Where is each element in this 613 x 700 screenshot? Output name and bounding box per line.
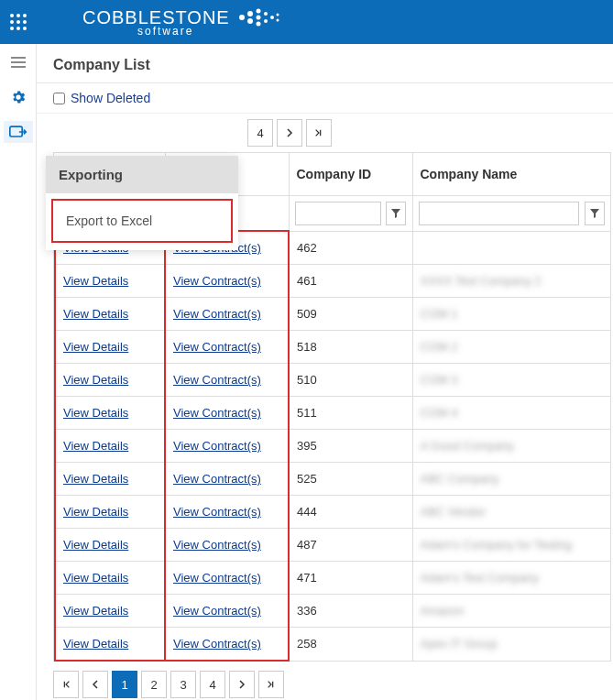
view-details-link[interactable]: View Details [63, 505, 128, 519]
view-contracts-link[interactable]: View Contract(s) [173, 307, 261, 321]
cell-company-name: ABC Vendor [412, 496, 611, 529]
svg-point-1 [247, 11, 253, 16]
left-sidebar [0, 44, 37, 700]
view-details-link[interactable]: View Details [63, 538, 128, 552]
view-details-link[interactable]: View Details [63, 637, 128, 651]
settings-button[interactable] [4, 86, 33, 108]
pager-top-last[interactable] [306, 119, 332, 147]
first-page-icon [61, 680, 71, 689]
view-details-link[interactable]: View Details [63, 274, 128, 288]
pager-top: 4 [37, 114, 613, 152]
table-row: View DetailsView Contract(s)511COM 4 [55, 397, 611, 430]
view-details-link[interactable]: View Details [63, 439, 128, 453]
cell-company-id: 258 [289, 628, 412, 662]
view-contracts-link[interactable]: View Contract(s) [173, 604, 261, 618]
cell-company-name: A Good Company [412, 430, 611, 463]
toolbar: Show Deleted [37, 83, 613, 114]
svg-point-2 [247, 18, 253, 24]
filter-company-id-input[interactable] [295, 202, 381, 225]
brand-sub-text: software [137, 25, 283, 38]
view-contracts-link[interactable]: View Contract(s) [173, 505, 261, 519]
view-contracts-link[interactable]: View Contract(s) [173, 340, 261, 354]
filter-icon [590, 209, 599, 218]
chevron-left-icon [91, 680, 100, 689]
pager-page-2[interactable]: 2 [141, 671, 167, 698]
table-row: View DetailsView Contract(s)510COM 3 [55, 364, 611, 397]
view-contracts-link[interactable]: View Contract(s) [173, 406, 261, 420]
pager-bottom: 1 2 3 4 [37, 662, 613, 700]
table-row: View DetailsView Contract(s)525ABC Compa… [55, 463, 611, 496]
table-row: View DetailsView Contract(s)471Adam's Te… [55, 562, 611, 595]
view-contracts-link[interactable]: View Contract(s) [173, 571, 261, 585]
pager-page-4[interactable]: 4 [200, 671, 225, 698]
export-button[interactable] [4, 121, 33, 143]
view-details-link[interactable]: View Details [63, 472, 128, 486]
main-content: Company List Show Deleted Exporting Expo… [37, 44, 613, 700]
view-details-link[interactable]: View Details [63, 406, 128, 420]
show-deleted-label[interactable]: Show Deleted [71, 91, 150, 105]
table-row: View DetailsView Contract(s)461XXXX Test… [55, 265, 611, 298]
hamburger-icon [11, 57, 26, 68]
pager-page-1[interactable]: 1 [112, 671, 137, 698]
table-row: View DetailsView Contract(s)336Amazon [55, 595, 611, 628]
cell-company-id: 525 [289, 463, 412, 496]
export-to-excel-item[interactable]: Export to Excel [51, 199, 233, 243]
show-deleted-checkbox[interactable] [53, 93, 65, 104]
svg-point-8 [270, 16, 274, 19]
col-header-company-id[interactable]: Company ID [289, 153, 412, 195]
page-title: Company List [37, 44, 613, 83]
view-contracts-link[interactable]: View Contract(s) [173, 637, 261, 651]
svg-point-6 [264, 12, 268, 16]
menu-toggle-button[interactable] [4, 51, 33, 73]
svg-point-0 [239, 15, 245, 20]
view-contracts-link[interactable]: View Contract(s) [173, 472, 261, 486]
cell-company-id: 395 [289, 430, 412, 463]
view-details-link[interactable]: View Details [63, 604, 128, 618]
cell-company-id: 471 [289, 562, 412, 595]
cell-company-name: COM 2 [412, 331, 611, 364]
pager-next[interactable] [229, 671, 255, 698]
cell-company-id: 487 [289, 529, 412, 562]
export-popup: Exporting Export to Excel [46, 156, 238, 250]
pager-prev[interactable] [82, 671, 108, 698]
svg-point-7 [264, 19, 268, 23]
view-contracts-link[interactable]: View Contract(s) [173, 274, 261, 288]
gear-icon [10, 89, 27, 105]
table-row: View DetailsView Contract(s)518COM 2 [55, 331, 611, 364]
view-contracts-link[interactable]: View Contract(s) [173, 538, 261, 552]
filter-company-id-button[interactable] [386, 202, 406, 225]
view-details-link[interactable]: View Details [63, 307, 128, 321]
view-details-link[interactable]: View Details [63, 571, 128, 585]
view-contracts-link[interactable]: View Contract(s) [173, 439, 261, 453]
apps-grid-icon [10, 14, 27, 30]
table-row: View DetailsView Contract(s)395A Good Co… [55, 430, 611, 463]
pager-first[interactable] [53, 671, 79, 698]
apps-button[interactable] [0, 14, 37, 30]
cell-company-name: XXXX Test Company 2 [412, 265, 611, 298]
cell-company-name: Adam's Company for Testing [412, 529, 611, 562]
pager-last[interactable] [258, 671, 284, 698]
cell-company-name: Amazon [412, 595, 611, 628]
pager-top-next[interactable] [277, 119, 302, 147]
cell-company-id: 444 [289, 496, 412, 529]
table-row: View DetailsView Contract(s)509COM 1 [55, 298, 611, 331]
view-details-link[interactable]: View Details [63, 373, 128, 387]
cell-company-id: 518 [289, 331, 412, 364]
filter-company-name-input[interactable] [419, 202, 580, 225]
cell-company-name [412, 231, 611, 265]
table-row: View DetailsView Contract(s)258Apex IT G… [55, 628, 611, 662]
view-details-link[interactable]: View Details [63, 340, 128, 354]
pager-top-page-4[interactable]: 4 [247, 119, 273, 147]
cell-company-name: COM 1 [412, 298, 611, 331]
table-row: View DetailsView Contract(s)444ABC Vendo… [55, 496, 611, 529]
svg-point-3 [256, 9, 260, 14]
filter-company-name-button[interactable] [585, 202, 605, 225]
pager-page-3[interactable]: 3 [170, 671, 196, 698]
view-contracts-link[interactable]: View Contract(s) [173, 373, 261, 387]
col-header-company-name[interactable]: Company Name [412, 153, 611, 195]
cell-company-id: 461 [289, 265, 412, 298]
filter-icon [391, 209, 400, 218]
cell-company-id: 462 [289, 231, 412, 265]
svg-point-4 [256, 16, 260, 20]
cell-company-name: COM 3 [412, 364, 611, 397]
